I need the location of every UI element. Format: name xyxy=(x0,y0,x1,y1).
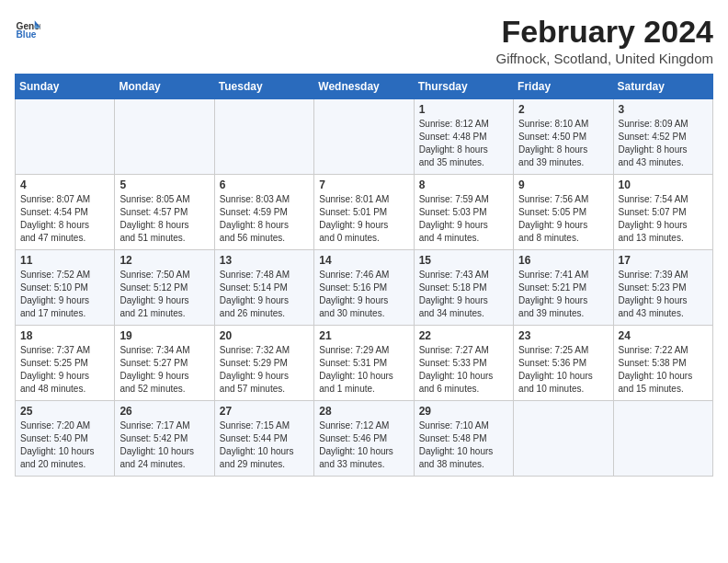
day-number: 24 xyxy=(619,329,708,342)
day-number: 19 xyxy=(119,329,209,342)
day-info: Sunrise: 7:41 AM Sunset: 5:21 PM Dayligh… xyxy=(518,269,608,320)
day-info: Sunrise: 7:17 AM Sunset: 5:42 PM Dayligh… xyxy=(119,419,209,471)
day-number: 21 xyxy=(319,329,408,342)
calendar-day-cell: 11Sunrise: 7:52 AM Sunset: 5:10 PM Dayli… xyxy=(16,250,115,326)
calendar-day-cell: 26Sunrise: 7:17 AM Sunset: 5:42 PM Dayli… xyxy=(115,401,214,477)
calendar-day-cell: 21Sunrise: 7:29 AM Sunset: 5:31 PM Dayli… xyxy=(314,326,414,401)
calendar-day-cell: 15Sunrise: 7:43 AM Sunset: 5:18 PM Dayli… xyxy=(414,250,513,326)
calendar-header-cell: Saturday xyxy=(613,75,712,99)
day-number: 2 xyxy=(518,103,608,116)
calendar-day-cell: 16Sunrise: 7:41 AM Sunset: 5:21 PM Dayli… xyxy=(514,250,613,326)
day-number: 9 xyxy=(518,178,608,191)
day-number: 18 xyxy=(20,329,109,342)
calendar-day-cell: 13Sunrise: 7:48 AM Sunset: 5:14 PM Dayli… xyxy=(214,250,313,326)
day-number: 29 xyxy=(419,405,508,418)
calendar-header-cell: Thursday xyxy=(414,75,513,99)
day-number: 25 xyxy=(20,405,109,418)
day-number: 20 xyxy=(220,329,309,342)
day-info: Sunrise: 7:37 AM Sunset: 5:25 PM Dayligh… xyxy=(20,344,109,396)
day-info: Sunrise: 7:15 AM Sunset: 5:44 PM Dayligh… xyxy=(220,419,309,471)
day-number: 4 xyxy=(20,178,109,191)
day-number: 5 xyxy=(119,178,209,191)
calendar-header-cell: Tuesday xyxy=(214,75,313,99)
day-info: Sunrise: 8:12 AM Sunset: 4:48 PM Dayligh… xyxy=(419,118,508,169)
day-number: 26 xyxy=(119,405,209,418)
day-number: 27 xyxy=(220,405,309,418)
day-info: Sunrise: 7:59 AM Sunset: 5:03 PM Dayligh… xyxy=(419,193,508,245)
calendar-day-cell: 14Sunrise: 7:46 AM Sunset: 5:16 PM Dayli… xyxy=(314,250,414,326)
day-number: 28 xyxy=(319,405,408,418)
calendar-day-cell: 20Sunrise: 7:32 AM Sunset: 5:29 PM Dayli… xyxy=(214,326,313,401)
calendar-header-row: SundayMondayTuesdayWednesdayThursdayFrid… xyxy=(16,75,713,99)
day-info: Sunrise: 8:05 AM Sunset: 4:57 PM Dayligh… xyxy=(119,193,209,245)
day-info: Sunrise: 8:10 AM Sunset: 4:50 PM Dayligh… xyxy=(518,118,608,169)
day-number: 3 xyxy=(619,103,708,116)
day-info: Sunrise: 7:50 AM Sunset: 5:12 PM Dayligh… xyxy=(119,269,209,320)
day-number: 10 xyxy=(619,178,708,191)
calendar-week-row: 11Sunrise: 7:52 AM Sunset: 5:10 PM Dayli… xyxy=(16,250,713,326)
day-number: 22 xyxy=(419,329,508,342)
calendar-header-cell: Friday xyxy=(514,75,613,99)
calendar-day-cell: 5Sunrise: 8:05 AM Sunset: 4:57 PM Daylig… xyxy=(115,175,214,250)
day-info: Sunrise: 7:27 AM Sunset: 5:33 PM Dayligh… xyxy=(419,344,508,396)
calendar-day-cell: 18Sunrise: 7:37 AM Sunset: 5:25 PM Dayli… xyxy=(16,326,115,401)
day-info: Sunrise: 7:52 AM Sunset: 5:10 PM Dayligh… xyxy=(20,269,109,320)
day-number: 16 xyxy=(518,254,608,267)
day-number: 13 xyxy=(220,254,309,267)
calendar-week-row: 4Sunrise: 8:07 AM Sunset: 4:54 PM Daylig… xyxy=(16,175,713,250)
day-info: Sunrise: 7:12 AM Sunset: 5:46 PM Dayligh… xyxy=(319,419,408,471)
calendar-body: 1Sunrise: 8:12 AM Sunset: 4:48 PM Daylig… xyxy=(16,99,713,477)
calendar-day-cell: 17Sunrise: 7:39 AM Sunset: 5:23 PM Dayli… xyxy=(613,250,712,326)
day-number: 8 xyxy=(419,178,508,191)
logo: General Blue xyxy=(15,15,44,40)
calendar-day-cell: 19Sunrise: 7:34 AM Sunset: 5:27 PM Dayli… xyxy=(115,326,214,401)
header: General Blue February 2024 Giffnock, Sco… xyxy=(15,15,713,66)
day-info: Sunrise: 7:43 AM Sunset: 5:18 PM Dayligh… xyxy=(419,269,508,320)
calendar-day-cell xyxy=(16,99,115,175)
calendar-day-cell: 25Sunrise: 7:20 AM Sunset: 5:40 PM Dayli… xyxy=(16,401,115,477)
day-number: 1 xyxy=(419,103,508,116)
day-info: Sunrise: 7:32 AM Sunset: 5:29 PM Dayligh… xyxy=(220,344,309,396)
calendar-day-cell xyxy=(314,99,414,175)
calendar-day-cell xyxy=(214,99,313,175)
day-number: 6 xyxy=(220,178,309,191)
day-number: 7 xyxy=(319,178,408,191)
calendar-day-cell: 27Sunrise: 7:15 AM Sunset: 5:44 PM Dayli… xyxy=(214,401,313,477)
day-info: Sunrise: 7:56 AM Sunset: 5:05 PM Dayligh… xyxy=(518,193,608,245)
calendar-day-cell: 29Sunrise: 7:10 AM Sunset: 5:48 PM Dayli… xyxy=(414,401,513,477)
calendar-day-cell: 9Sunrise: 7:56 AM Sunset: 5:05 PM Daylig… xyxy=(514,175,613,250)
day-info: Sunrise: 8:07 AM Sunset: 4:54 PM Dayligh… xyxy=(20,193,109,245)
day-info: Sunrise: 8:09 AM Sunset: 4:52 PM Dayligh… xyxy=(619,118,708,169)
day-number: 23 xyxy=(518,329,608,342)
day-info: Sunrise: 8:01 AM Sunset: 5:01 PM Dayligh… xyxy=(319,193,408,245)
calendar-day-cell: 24Sunrise: 7:22 AM Sunset: 5:38 PM Dayli… xyxy=(613,326,712,401)
calendar-day-cell: 10Sunrise: 7:54 AM Sunset: 5:07 PM Dayli… xyxy=(613,175,712,250)
day-info: Sunrise: 7:25 AM Sunset: 5:36 PM Dayligh… xyxy=(518,344,608,396)
calendar-header-cell: Sunday xyxy=(16,75,115,99)
day-number: 11 xyxy=(20,254,109,267)
calendar-week-row: 1Sunrise: 8:12 AM Sunset: 4:48 PM Daylig… xyxy=(16,99,713,175)
calendar-day-cell: 22Sunrise: 7:27 AM Sunset: 5:33 PM Dayli… xyxy=(414,326,513,401)
day-info: Sunrise: 7:48 AM Sunset: 5:14 PM Dayligh… xyxy=(220,269,309,320)
calendar-day-cell xyxy=(115,99,214,175)
calendar-day-cell: 12Sunrise: 7:50 AM Sunset: 5:12 PM Dayli… xyxy=(115,250,214,326)
calendar-week-row: 18Sunrise: 7:37 AM Sunset: 5:25 PM Dayli… xyxy=(16,326,713,401)
calendar-header-cell: Monday xyxy=(115,75,214,99)
calendar-day-cell: 23Sunrise: 7:25 AM Sunset: 5:36 PM Dayli… xyxy=(514,326,613,401)
calendar-day-cell: 1Sunrise: 8:12 AM Sunset: 4:48 PM Daylig… xyxy=(414,99,513,175)
day-number: 12 xyxy=(119,254,209,267)
calendar-header-cell: Wednesday xyxy=(314,75,414,99)
day-info: Sunrise: 8:03 AM Sunset: 4:59 PM Dayligh… xyxy=(220,193,309,245)
day-info: Sunrise: 7:46 AM Sunset: 5:16 PM Dayligh… xyxy=(319,269,408,320)
calendar-day-cell: 7Sunrise: 8:01 AM Sunset: 5:01 PM Daylig… xyxy=(314,175,414,250)
day-info: Sunrise: 7:22 AM Sunset: 5:38 PM Dayligh… xyxy=(619,344,708,396)
calendar-day-cell xyxy=(514,401,613,477)
day-number: 14 xyxy=(319,254,408,267)
day-number: 17 xyxy=(619,254,708,267)
day-info: Sunrise: 7:29 AM Sunset: 5:31 PM Dayligh… xyxy=(319,344,408,396)
day-info: Sunrise: 7:54 AM Sunset: 5:07 PM Dayligh… xyxy=(619,193,708,245)
calendar-day-cell: 4Sunrise: 8:07 AM Sunset: 4:54 PM Daylig… xyxy=(16,175,115,250)
title-block: February 2024 Giffnock, Scotland, United… xyxy=(495,15,713,66)
day-info: Sunrise: 7:10 AM Sunset: 5:48 PM Dayligh… xyxy=(419,419,508,471)
calendar-week-row: 25Sunrise: 7:20 AM Sunset: 5:40 PM Dayli… xyxy=(16,401,713,477)
